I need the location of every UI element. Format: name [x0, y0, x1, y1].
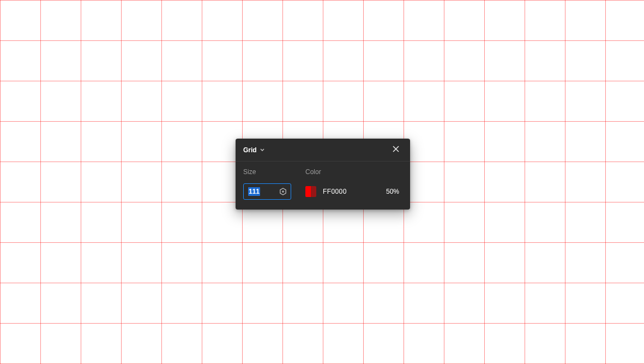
- swatch-alpha: [311, 186, 316, 197]
- size-column: Size 111: [243, 168, 293, 200]
- color-row: FF0000 50%: [305, 183, 402, 200]
- color-column: Color FF0000 50%: [305, 168, 402, 200]
- panel-header: Grid: [236, 139, 410, 162]
- size-input[interactable]: 111: [243, 183, 291, 200]
- grid-type-dropdown[interactable]: Grid: [243, 146, 264, 154]
- color-swatch[interactable]: [305, 186, 316, 197]
- color-label: Color: [305, 168, 402, 176]
- chevron-down-icon: [260, 148, 264, 152]
- svg-point-3: [282, 191, 284, 192]
- swatch-solid: [305, 186, 311, 197]
- panel-title: Grid: [243, 146, 257, 154]
- color-opacity-input[interactable]: 50%: [386, 188, 402, 195]
- size-options-icon: [279, 187, 287, 196]
- panel-body: Size 111 Color FF0000 50%: [236, 162, 410, 210]
- size-label: Size: [243, 168, 293, 176]
- color-hex-input[interactable]: FF0000: [323, 188, 380, 195]
- svg-marker-2: [280, 188, 286, 195]
- close-button[interactable]: [389, 144, 402, 157]
- grid-settings-panel: Grid Size 111 Color: [236, 139, 410, 210]
- size-value: 111: [248, 187, 260, 196]
- close-icon: [393, 146, 399, 154]
